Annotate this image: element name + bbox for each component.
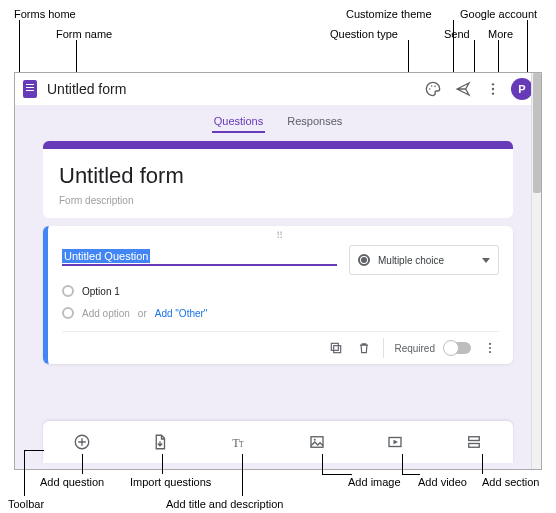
duplicate-button[interactable]: [327, 339, 345, 357]
topbar: Untitled form P: [15, 73, 541, 105]
callout-import-questions: Import questions: [130, 476, 211, 488]
svg-point-10: [489, 351, 491, 353]
question-title-text: Untitled Question: [62, 249, 150, 263]
form-header-card[interactable]: Untitled form Form description: [43, 141, 513, 218]
question-footer: Required: [62, 331, 499, 358]
tab-questions[interactable]: Questions: [212, 111, 266, 133]
callout-add-image: Add image: [348, 476, 401, 488]
callout-send: Send: [444, 28, 470, 40]
add-option-row: Add option or Add "Other": [62, 307, 499, 319]
callout-google-account: Google account: [460, 8, 537, 20]
svg-rect-6: [334, 346, 341, 353]
video-icon: [386, 433, 404, 451]
radio-empty-icon: [62, 285, 74, 297]
or-text: or: [138, 308, 147, 319]
svg-rect-18: [469, 444, 480, 448]
send-icon: [455, 81, 471, 97]
scrollbar[interactable]: [531, 73, 541, 469]
floating-toolbar: TT: [43, 421, 513, 463]
add-question-button[interactable]: [68, 428, 96, 456]
callout-add-title: Add title and description: [166, 498, 283, 510]
import-icon: [151, 433, 169, 451]
forms-home-icon[interactable]: [23, 80, 37, 98]
form-header-title[interactable]: Untitled form: [59, 163, 497, 189]
svg-point-8: [489, 343, 491, 345]
plus-circle-icon: [73, 433, 91, 451]
more-vert-icon: [485, 81, 501, 97]
callout-toolbar: Toolbar: [8, 498, 44, 510]
required-toggle[interactable]: [445, 342, 471, 354]
add-other-link[interactable]: Add "Other": [155, 308, 208, 319]
question-type-select[interactable]: Multiple choice: [349, 245, 499, 275]
chevron-down-icon: [482, 258, 490, 263]
add-title-button[interactable]: TT: [225, 428, 253, 456]
svg-rect-14: [311, 437, 323, 448]
question-more-button[interactable]: [481, 339, 499, 357]
scrollbar-thumb[interactable]: [533, 73, 541, 193]
add-section-button[interactable]: [460, 428, 488, 456]
send-button[interactable]: [451, 77, 475, 101]
option-1-text[interactable]: Option 1: [82, 286, 120, 297]
delete-button[interactable]: [355, 339, 373, 357]
more-vert-icon: [483, 341, 497, 355]
customize-theme-button[interactable]: [421, 77, 445, 101]
callout-add-section: Add section: [482, 476, 539, 488]
add-image-button[interactable]: [303, 428, 331, 456]
copy-icon: [329, 341, 343, 355]
google-account-avatar[interactable]: P: [511, 78, 533, 100]
svg-rect-7: [332, 343, 339, 350]
svg-point-0: [429, 88, 431, 90]
callout-add-question: Add question: [40, 476, 104, 488]
callout-form-name: Form name: [56, 28, 112, 40]
callout-more: More: [488, 28, 513, 40]
svg-point-4: [492, 88, 494, 90]
trash-icon: [357, 341, 371, 355]
section-icon: [465, 433, 483, 451]
add-video-button[interactable]: [381, 428, 409, 456]
svg-rect-17: [469, 437, 480, 441]
svg-point-2: [434, 86, 436, 88]
callout-customize-theme: Customize theme: [346, 8, 432, 20]
callout-add-video: Add video: [418, 476, 467, 488]
image-icon: [308, 433, 326, 451]
divider: [383, 338, 384, 358]
question-card[interactable]: ⠿ Untitled Question Multiple choice Opti…: [43, 226, 513, 364]
svg-point-3: [492, 83, 494, 85]
tab-responses[interactable]: Responses: [285, 111, 344, 133]
question-title-input[interactable]: Untitled Question: [62, 245, 337, 266]
svg-point-1: [431, 85, 433, 87]
text-icon: TT: [230, 433, 248, 451]
svg-point-5: [492, 92, 494, 94]
google-forms-window: Untitled form P Questions Responses Unti…: [14, 72, 542, 470]
required-label: Required: [394, 343, 435, 354]
add-option-link[interactable]: Add option: [82, 308, 130, 319]
import-questions-button[interactable]: [146, 428, 174, 456]
svg-point-15: [314, 439, 316, 441]
drag-handle-icon[interactable]: ⠿: [62, 230, 499, 241]
callout-forms-home: Forms home: [14, 8, 76, 20]
form-tabs: Questions Responses: [15, 105, 541, 133]
more-button[interactable]: [481, 77, 505, 101]
palette-icon: [425, 81, 441, 97]
svg-text:T: T: [239, 440, 244, 449]
option-row-1[interactable]: Option 1: [62, 285, 499, 297]
form-header-description[interactable]: Form description: [59, 195, 497, 206]
svg-point-9: [489, 347, 491, 349]
form-title[interactable]: Untitled form: [47, 81, 126, 97]
radio-empty-icon: [62, 307, 74, 319]
callout-question-type: Question type: [330, 28, 398, 40]
radio-icon: [358, 254, 370, 266]
question-type-label: Multiple choice: [378, 255, 444, 266]
